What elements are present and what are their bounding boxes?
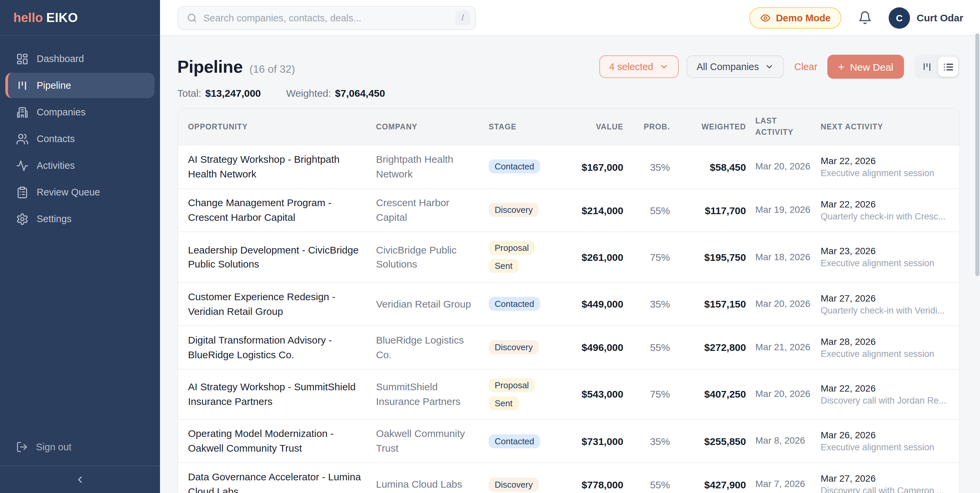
opportunity-cell: Operating Model Modernization - Oakwell … — [188, 427, 367, 456]
next-activity-date: Mar 26, 2026 — [821, 430, 949, 440]
kanban-view-button[interactable] — [917, 57, 937, 77]
new-deal-label: New Deal — [850, 61, 893, 72]
sidebar-item-activities[interactable]: Activities — [5, 153, 155, 178]
weighted-cell: $157,150 — [679, 298, 746, 310]
weighted-value: $7,064,450 — [335, 88, 385, 99]
weighted-cell: $407,250 — [679, 389, 746, 400]
sidebar-item-dashboard[interactable]: Dashboard — [5, 46, 155, 72]
table-row[interactable]: Data Governance Accelerator - Lumina Clo… — [178, 462, 959, 493]
next-activity-cell: Mar 22, 2026 Quarterly check-in with Cre… — [821, 199, 949, 222]
next-activity-cell: Mar 27, 2026 Quarterly check-in with Ver… — [821, 292, 949, 315]
view-toggle — [915, 55, 960, 79]
demo-mode-badge[interactable]: Demo Mode — [749, 7, 842, 28]
weighted-cell: $255,850 — [679, 435, 746, 447]
user-menu[interactable]: C Curt Odar — [889, 7, 963, 28]
sign-out-button[interactable]: Sign out — [0, 434, 160, 459]
prob-cell: 35% — [633, 435, 670, 447]
table-row[interactable]: Operating Model Modernization - Oakwell … — [178, 419, 959, 462]
value-cell: $778,000 — [571, 479, 623, 490]
company-cell: Lumina Cloud Labs — [376, 477, 479, 492]
last-activity-cell: Mar 20, 2026 — [755, 298, 811, 311]
stage-badge: Discovery — [488, 477, 539, 491]
company-cell: CivicBridge Public Solutions — [376, 243, 479, 271]
opportunity-cell: Data Governance Accelerator - Lumina Clo… — [188, 470, 367, 493]
global-search[interactable]: / — [177, 6, 476, 30]
next-activity-date: Mar 22, 2026 — [821, 383, 949, 394]
page-subtitle: (16 of 32) — [249, 63, 295, 75]
col-stage: STAGE — [488, 121, 562, 132]
next-activity-date: Mar 22, 2026 — [821, 155, 949, 166]
logo-hello: hello — [13, 10, 43, 25]
sidebar-item-label: Companies — [37, 107, 86, 117]
company-filter-dropdown[interactable]: All Companies — [687, 55, 784, 78]
next-activity-cell: Mar 23, 2026 Executive alignment session — [821, 246, 949, 268]
value-cell: $543,000 — [571, 389, 623, 400]
plus-icon: + — [838, 61, 845, 72]
sidebar-item-review-queue[interactable]: Review Queue — [5, 179, 155, 205]
logo-brand: EIKO — [46, 10, 78, 25]
next-activity-desc: Executive alignment session — [821, 258, 949, 268]
sidebar-item-label: Pipeline — [37, 80, 71, 91]
stage-cell: Discovery — [488, 475, 562, 493]
table-row[interactable]: Customer Experience Redesign - Veridian … — [178, 282, 959, 325]
sidebar-item-label: Dashboard — [37, 53, 84, 64]
sidebar-item-label: Settings — [37, 214, 72, 224]
company-filter-value: All Companies — [697, 61, 759, 72]
search-input[interactable] — [203, 12, 449, 23]
table-row[interactable]: Change Management Program - Crescent Har… — [178, 188, 959, 231]
col-next-activity: NEXT ACTIVITY — [821, 121, 949, 132]
next-activity-desc: Executive alignment session — [821, 168, 949, 178]
sidebar-collapse-button[interactable] — [0, 466, 160, 493]
chevron-left-icon — [75, 474, 85, 485]
new-deal-button[interactable]: + New Deal — [827, 55, 904, 79]
app-logo: hello EIKO — [0, 0, 160, 36]
deals-table: OPPORTUNITY COMPANY STAGE VALUE PROB. WE… — [177, 108, 960, 493]
main-area: / Demo Mode C Curt Odar — [160, 0, 980, 493]
col-last-activity: LAST ACTIVITY — [755, 116, 811, 138]
opportunity-cell: Digital Transformation Advisory - BlueRi… — [188, 333, 367, 362]
building-icon — [16, 106, 29, 118]
vertical-scrollbar[interactable] — [975, 34, 979, 276]
next-activity-cell: Mar 27, 2026 Discovery call with Cameron… — [821, 473, 949, 493]
user-name: Curt Odar — [917, 12, 963, 23]
stage-cell: Discovery — [488, 338, 562, 357]
topbar: / Demo Mode C Curt Odar — [160, 0, 980, 36]
table-row[interactable]: Leadership Development - CivicBridge Pub… — [178, 231, 959, 282]
activity-icon — [16, 159, 29, 172]
next-activity-cell: Mar 22, 2026 Discovery call with Jordan … — [821, 383, 949, 405]
clipboard-icon — [16, 186, 29, 198]
pipeline-totals: Total:$13,247,000 Weighted:$7,064,450 — [177, 88, 960, 99]
sidebar-item-companies[interactable]: Companies — [5, 99, 155, 125]
stage-cell: Proposal Sent — [488, 376, 562, 412]
prob-cell: 55% — [633, 341, 670, 353]
weighted-cell: $427,900 — [679, 479, 746, 490]
last-activity-cell: Mar 8, 2026 — [755, 435, 811, 448]
notifications-button[interactable] — [858, 11, 872, 25]
next-activity-cell: Mar 22, 2026 Executive alignment session — [821, 155, 949, 178]
stage-filter-dropdown[interactable]: 4 selected — [599, 55, 679, 78]
company-cell: Veridian Retail Group — [376, 297, 479, 311]
company-cell: BlueRidge Logistics Co. — [376, 333, 479, 362]
sidebar-item-settings[interactable]: Settings — [5, 206, 155, 231]
company-cell: Brightpath Health Network — [376, 152, 479, 182]
search-shortcut-key: / — [455, 10, 470, 25]
next-activity-desc: Quarterly check-in with Veridi... — [821, 305, 949, 315]
weighted-label: Weighted: — [286, 88, 331, 99]
sidebar-item-pipeline[interactable]: Pipeline — [5, 73, 155, 98]
stage-badge: Discovery — [488, 340, 539, 354]
value-cell: $731,000 — [571, 435, 623, 447]
next-activity-date: Mar 22, 2026 — [821, 199, 949, 209]
stage-cell: Proposal Sent — [488, 239, 562, 275]
sign-out-icon — [16, 441, 28, 453]
total-value: $13,247,000 — [205, 88, 261, 99]
sidebar-item-contacts[interactable]: Contacts — [5, 126, 155, 152]
list-view-button[interactable] — [938, 57, 958, 77]
table-row[interactable]: Digital Transformation Advisory - BlueRi… — [178, 325, 959, 369]
stage-badge: Contacted — [488, 297, 540, 311]
last-activity-cell: Mar 7, 2026 — [755, 478, 811, 491]
table-row[interactable]: AI Strategy Workshop - Brightpath Health… — [178, 145, 959, 188]
clear-filters-button[interactable]: Clear — [794, 61, 817, 72]
next-activity-date: Mar 27, 2026 — [821, 473, 949, 483]
prob-cell: 55% — [633, 479, 670, 490]
table-row[interactable]: AI Strategy Workshop - SummitShield Insu… — [178, 369, 959, 419]
